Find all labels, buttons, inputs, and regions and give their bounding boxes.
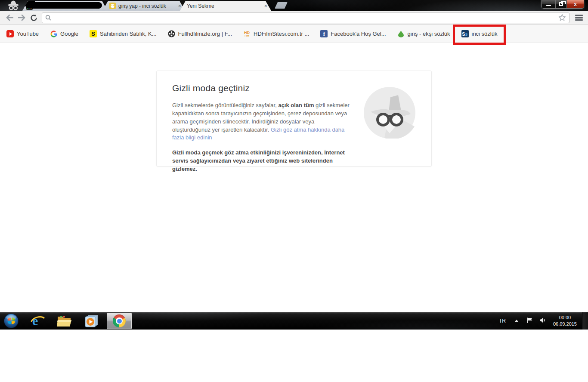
- redaction-scribble: [25, 2, 102, 9]
- new-tab-button[interactable]: [275, 2, 288, 9]
- address-input[interactable]: [54, 15, 558, 21]
- incognito-spy-icon: [6, 0, 20, 10]
- youtube-icon: [6, 30, 14, 37]
- system-tray: TR 00:00 06.09.2015: [499, 312, 588, 330]
- incognito-warning: Gizli moda geçmek göz atma etkinliğinizi…: [172, 149, 353, 173]
- page-title: Gizli moda geçtiniz: [172, 83, 353, 93]
- bookmark-star-icon[interactable]: [558, 14, 566, 22]
- incognito-spy-illustration: [364, 87, 415, 139]
- bookmark-label: HDFilmSitesi.com.tr ...: [254, 31, 309, 37]
- bookmark-label: Sahibinden Satılık, K...: [100, 31, 157, 37]
- eksi-drop-icon: [397, 30, 405, 37]
- bookmark-inci-sozluk[interactable]: Ss inci sözlük: [456, 25, 503, 43]
- start-button[interactable]: [3, 312, 20, 330]
- bookmark-facebook[interactable]: f Facebook'a Hoş Gel...: [315, 25, 391, 43]
- bookmark-label: YouTube: [17, 31, 39, 37]
- restore-button[interactable]: [555, 0, 566, 8]
- language-indicator[interactable]: TR: [499, 318, 506, 324]
- windows-explorer-icon[interactable]: [56, 312, 73, 330]
- tab-yeni-sekme-active[interactable]: Yeni Sekme ×: [180, 1, 271, 11]
- minimize-icon: [546, 5, 551, 6]
- search-icon: [45, 15, 51, 21]
- tab-favicon-owl-icon: [109, 3, 116, 9]
- tab-strip: giriş yap - inci sözlük × Yeni Sekme ×: [22, 1, 288, 11]
- tab-giris-inci-sozluk[interactable]: giriş yap - inci sözlük ×: [102, 1, 185, 11]
- close-button[interactable]: x: [566, 0, 584, 8]
- bookmark-label: Fullhdfilmizle.org | F...: [178, 31, 232, 37]
- volume-icon[interactable]: [539, 317, 546, 325]
- incognito-description: Gizli sekmelerde görüntülediğiniz sayfal…: [172, 102, 353, 142]
- bookmark-eksi-sozluk[interactable]: giriş - ekşi sözlük: [392, 25, 456, 43]
- tab-title: giriş yap - inci sözlük: [118, 3, 175, 9]
- bookmark-label: Facebook'a Hoş Gel...: [331, 31, 386, 37]
- forward-button[interactable]: [15, 12, 28, 23]
- chrome-menu-icon[interactable]: [574, 14, 584, 21]
- bookmark-label: Google: [60, 31, 78, 37]
- tab-redacted[interactable]: [22, 1, 108, 11]
- media-player-icon[interactable]: [83, 312, 100, 330]
- chrome-taskbar-button[interactable]: [107, 313, 132, 329]
- tab-close-icon[interactable]: ×: [264, 3, 267, 9]
- taskbar-clock[interactable]: 00:00 06.09.2015: [553, 314, 577, 327]
- clock-date: 06.09.2015: [553, 321, 577, 327]
- bookmark-label: giriş - ekşi sözlük: [408, 31, 450, 37]
- address-bar[interactable]: [42, 12, 569, 23]
- internet-explorer-icon[interactable]: e: [29, 312, 46, 330]
- page-content: Gizli moda geçtiniz Gizli sekmelerde gör…: [0, 43, 588, 312]
- inci-sozluk-icon: Ss: [461, 30, 469, 37]
- action-center-flag-icon[interactable]: [526, 317, 533, 325]
- chrome-icon: [113, 314, 126, 327]
- windows-taskbar: e TR: [0, 312, 588, 330]
- facebook-icon: f: [320, 30, 328, 37]
- incognito-info-card: Gizli moda geçtiniz Gizli sekmelerde gör…: [156, 71, 432, 166]
- bookmark-sahibinden[interactable]: S Sahibinden Satılık, K...: [84, 25, 162, 43]
- window-controls: x: [542, 0, 584, 9]
- show-desktop-button[interactable]: [582, 312, 588, 330]
- google-icon: [50, 30, 57, 37]
- bookmark-google[interactable]: Google: [44, 25, 84, 43]
- bookmark-fullhdfilmizle[interactable]: Fullhdfilmizle.org | F...: [162, 25, 238, 43]
- bookmark-label: inci sözlük: [472, 31, 498, 37]
- minimize-button[interactable]: [542, 0, 555, 8]
- tab-close-icon[interactable]: ×: [178, 3, 181, 9]
- bookmark-youtube[interactable]: YouTube: [1, 25, 44, 43]
- bookmark-hdfilmsitesi[interactable]: HD Film HDFilmSitesi.com.tr ...: [238, 25, 315, 43]
- close-icon: x: [574, 1, 577, 7]
- clock-time: 00:00: [553, 314, 577, 321]
- back-button[interactable]: [3, 12, 15, 23]
- show-hidden-icons-arrow[interactable]: [514, 320, 519, 322]
- browser-toolbar: [0, 11, 588, 25]
- tab-title: Yeni Sekme: [187, 3, 261, 9]
- restore-icon: [559, 2, 563, 6]
- sahibinden-icon: S: [90, 30, 97, 37]
- hdfilm-icon: HD Film: [243, 30, 251, 37]
- window-titlebar: giriş yap - inci sözlük × Yeni Sekme × x: [0, 0, 588, 11]
- bookmarks-bar: YouTube Google S Sahibinden Satılık, K..…: [0, 25, 588, 43]
- svg-text:e: e: [32, 314, 38, 328]
- screenshot-white-margin: [0, 330, 588, 381]
- film-reel-icon: [168, 30, 175, 37]
- reload-button[interactable]: [28, 12, 40, 23]
